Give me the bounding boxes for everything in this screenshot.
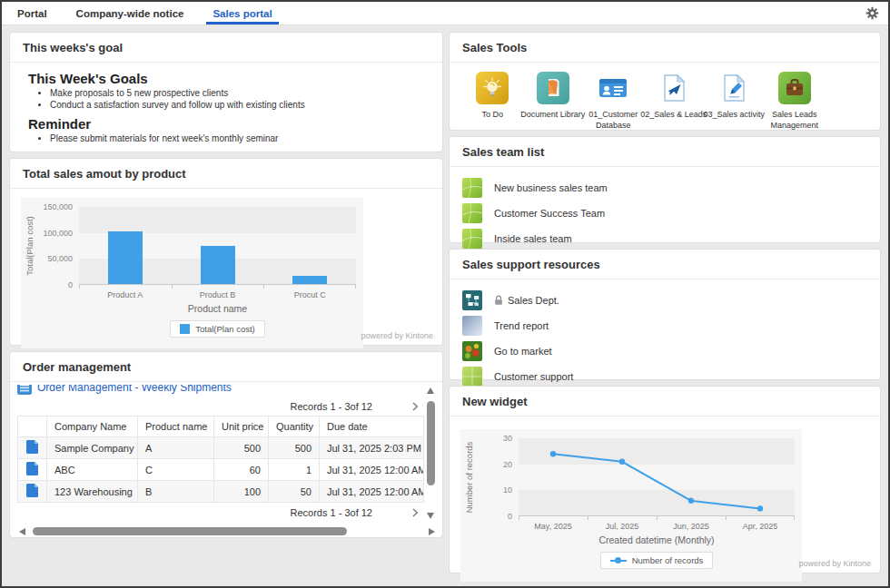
panel-title: Total sales amout by product [10,159,442,189]
right-column: Sales Tools [449,32,881,580]
app-sales-and-leads[interactable]: 02_Sales & Leads [644,72,705,131]
paper-plane-doc-icon [658,72,690,104]
team-item-new-business[interactable]: New business sales team [462,175,867,201]
scroll-up-icon[interactable] [427,387,434,394]
y-axis-title: Number of records [464,438,477,516]
team-label: New business sales team [494,182,608,193]
table-header-row: Company Name Product name Unit price Qua… [18,416,424,437]
chart-legend: Total(Plan cost) [170,320,264,338]
tab-bar: Portal Company-wide notice Sales portal [11,2,295,24]
resource-go-to-market[interactable]: Go to market [462,338,867,364]
vertical-scroll-track[interactable] [427,397,435,509]
resource-trend-report[interactable]: Trend report [462,313,867,338]
tab-company-wide-notice[interactable]: Company-wide notice [70,2,191,24]
resource-list: Sales Dept. Trend report [450,279,880,393]
app-sales-activity[interactable]: 03_Sales activity [704,72,765,131]
document-library-icon [537,72,569,104]
cell-unit-price: 100 [214,481,269,503]
order-scroll-content: Order Management - Weekly Shipments Reco… [17,385,424,521]
cell-due-date: Jul 31, 2025 2:03 PM [320,437,424,459]
panel-sales-tools: Sales Tools [449,32,881,131]
y-axis-ticks: 30 20 10 0 [477,438,519,516]
record-document-icon[interactable] [18,481,47,503]
powered-by-kintone: powered by Kintone [361,331,433,340]
cell-product: A [138,437,214,459]
table-app-icon [17,385,32,395]
x-axis-title: Created datetime (Monthly) [519,534,795,545]
panel-total-sales-chart: Total sales amout by product Total(Plan … [9,158,443,346]
next-page-icon[interactable] [410,400,424,413]
resource-label: Customer support [494,371,573,382]
record-document-icon[interactable] [18,459,47,481]
tab-portal[interactable]: Portal [11,2,54,24]
scroll-left-icon[interactable] [19,528,25,535]
portal-screen: Portal Company-wide notice Sales portal [0,0,890,588]
bar-product-a [108,231,143,284]
col-company-name: Company Name [47,416,138,437]
cell-due-date: Jul 31, 2025 12:00 AM [320,481,424,503]
cell-company: ABC [47,459,138,481]
cell-quantity: 50 [269,481,320,503]
resource-label: Go to market [494,346,552,357]
vertical-scroll-thumb[interactable] [427,401,435,485]
panel-order-management: Order management [9,351,443,538]
green-grid-icon [462,367,482,387]
left-column: This weeks's goal This Week's Goals Make… [9,32,443,580]
team-label: Customer Success Team [494,208,605,219]
horizontal-scroll-thumb[interactable] [33,527,347,535]
line-chart: Number of records 30 20 10 0 [450,416,880,574]
cell-product: C [138,459,214,481]
todo-lightbulb-icon [476,72,509,104]
app-document-library[interactable]: Document Library [523,72,584,131]
legend-line-marker-icon [610,560,627,562]
record-document-icon[interactable] [18,437,47,459]
line-chart-svg [519,438,795,516]
goal-body: This Week's Goals Make proposals to 5 ne… [10,63,442,152]
team-list: New business sales team Customer Success… [450,167,880,255]
resource-label: Trend report [494,320,549,331]
app-label: Sales Leads Management [759,109,830,131]
app-todo[interactable]: To Do [462,72,523,131]
app-sales-leads-management[interactable]: Sales Leads Management [765,72,826,131]
col-product-name: Product name [138,416,214,437]
powered-by-kintone: powered by Kintone [798,559,871,568]
x-axis-labels: Product A Product B Procut C [79,290,356,299]
panel-title: Sales team list [450,137,880,167]
y-axis-title: Total(Plan cost) [25,207,37,285]
legend-swatch-icon [180,324,190,334]
horizontal-scroll-track[interactable] [31,527,423,535]
bar-plot-area [79,207,356,285]
market-colors-icon [462,341,482,361]
y-axis-ticks: 150,000 100,000 50,000 0 [37,207,79,285]
table-row: Sample Company A 500 500 Jul 31, 2025 2:… [18,437,424,459]
gear-icon[interactable] [865,6,879,20]
panel-title: New widget [450,387,880,416]
goal-item: Conduct a satisfaction survey and follow… [50,100,424,110]
cell-company: Sample Company [47,437,138,459]
lock-icon [494,295,503,306]
resource-sales-dept[interactable]: Sales Dept. [462,288,867,313]
records-count: Records 1 - 3of 12 [291,507,373,518]
order-table: Company Name Product name Unit price Qua… [17,416,424,503]
team-item-customer-success[interactable]: Customer Success Team [462,201,867,226]
app-customer-database[interactable]: 01_Customer Database [583,72,644,131]
cell-unit-price: 500 [214,437,269,459]
panel-title: This weeks's goal [10,33,442,63]
team-item-inside-sales[interactable]: Inside sales team [462,226,867,251]
cell-unit-price: 60 [214,459,269,481]
records-pager-top: Records 1 - 3of 12 [17,397,424,416]
tab-sales-portal[interactable]: Sales portal [206,2,278,24]
order-app-link[interactable]: Order Management - Weekly Shipments [37,385,232,394]
panel-title: Sales Tools [450,33,880,63]
scroll-down-icon[interactable] [427,513,434,519]
green-space-icon [462,203,482,223]
reminder-heading: Reminder [28,116,424,132]
panel-sales-team-list: Sales team list New business sales team [449,136,881,243]
horizontal-scrollbar [17,525,437,537]
bar-product-b [201,246,235,284]
x-axis-labels: May, 2025 Jul, 2025 Jun, 2025 Apr, 2025 [519,522,795,531]
col-record-icon [18,416,47,437]
resource-label: Sales Dept. [494,295,559,306]
next-page-icon[interactable] [410,506,424,519]
scroll-right-icon[interactable] [429,528,435,535]
